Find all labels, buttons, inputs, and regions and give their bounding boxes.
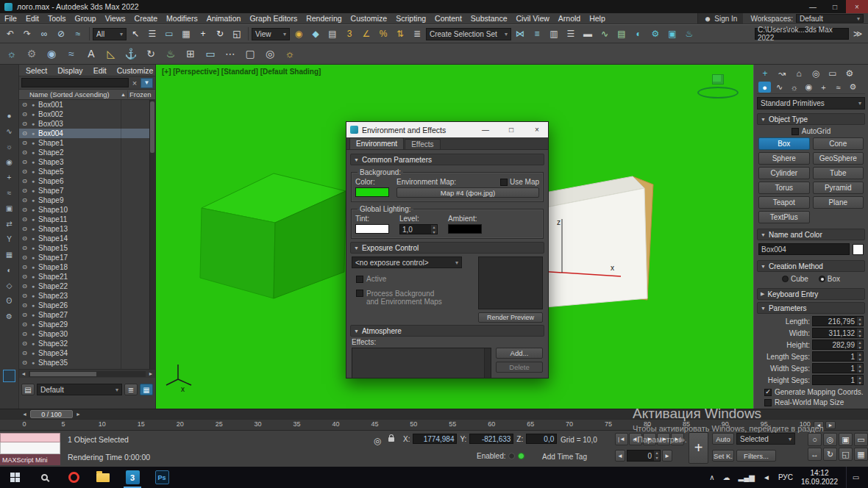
scene-object-row[interactable]: ʘ ● Shape17 bbox=[19, 253, 155, 262]
viewcube-ring[interactable] bbox=[697, 87, 739, 98]
named-selection-sets-icon[interactable]: ≣ bbox=[409, 26, 425, 41]
add-effect-button[interactable]: Add... bbox=[496, 348, 543, 359]
rollout-common-parameters[interactable]: Common Parameters bbox=[350, 154, 544, 165]
hierarchy-tab-icon[interactable]: ⌂ bbox=[792, 68, 805, 80]
rendered-frame-icon[interactable]: ▣ bbox=[664, 26, 680, 41]
scrollbar-thumb[interactable] bbox=[30, 372, 96, 376]
display-frozen-icon[interactable]: ◇ bbox=[3, 280, 16, 290]
primitive-category-dropdown[interactable]: Standard Primitives bbox=[757, 97, 865, 110]
background-color-swatch[interactable] bbox=[355, 187, 389, 197]
object-color-dot-icon[interactable]: ● bbox=[30, 207, 36, 212]
explorer-settings-icon[interactable]: ⚙ bbox=[3, 311, 16, 321]
helpers-category-icon[interactable]: + bbox=[817, 82, 830, 93]
object-color-dot-icon[interactable]: ● bbox=[30, 226, 36, 232]
spinner-arrows-icon[interactable] bbox=[857, 351, 864, 362]
light-icon[interactable]: ☼ bbox=[3, 45, 21, 62]
display-hidden-icon[interactable]: ʘ bbox=[3, 295, 16, 306]
create-tab-icon[interactable]: + bbox=[758, 68, 772, 80]
geometry-category-icon[interactable]: ● bbox=[758, 82, 771, 93]
scene-object-row[interactable]: ʘ ● Shape7 bbox=[19, 186, 155, 195]
frozen-column-header[interactable]: Frozen bbox=[127, 90, 155, 98]
menu-item[interactable]: Civil View bbox=[511, 13, 553, 24]
lights-category-icon[interactable]: ☼ bbox=[788, 82, 800, 93]
align-icon[interactable]: ≡ bbox=[529, 26, 545, 41]
timeline-scroll-left-button[interactable]: ◄ bbox=[814, 421, 824, 429]
object-color-dot-icon[interactable]: ● bbox=[30, 360, 36, 365]
undo-icon[interactable]: ↶ bbox=[2, 26, 18, 41]
play-button[interactable]: ► bbox=[643, 433, 656, 445]
scene-object-row[interactable]: ʘ ● Shape29 bbox=[19, 320, 155, 329]
measure-icon[interactable]: ◺ bbox=[102, 45, 120, 62]
visibility-eye-icon[interactable]: ʘ bbox=[21, 207, 28, 213]
listbox-scrollbar[interactable] bbox=[484, 348, 491, 378]
menu-item[interactable]: File bbox=[0, 13, 21, 24]
visibility-eye-icon[interactable]: ʘ bbox=[21, 273, 28, 280]
explorer-column-header[interactable]: Name (Sorted Ascending) ▲ Frozen bbox=[19, 90, 155, 100]
object-color-dot-icon[interactable]: ● bbox=[30, 331, 36, 337]
tint-swatch[interactable] bbox=[355, 224, 389, 234]
object-color-dot-icon[interactable]: ● bbox=[30, 312, 36, 317]
scene-object-row[interactable]: ʘ ● Shape13 bbox=[19, 224, 155, 234]
object-type-button[interactable]: Cylinder bbox=[758, 167, 810, 179]
rollout-object-type[interactable]: Object Type bbox=[757, 113, 865, 125]
exposure-active-checkbox[interactable] bbox=[356, 276, 363, 283]
creation-method-option[interactable]: Cube bbox=[782, 275, 808, 283]
render-production-icon[interactable]: ♨ bbox=[681, 26, 697, 41]
track-left-icon[interactable]: ◄ bbox=[21, 412, 29, 417]
material-editor-icon[interactable]: ◐ bbox=[630, 26, 647, 41]
track-right-icon[interactable]: ► bbox=[74, 412, 82, 417]
object-color-dot-icon[interactable]: ● bbox=[30, 303, 36, 308]
menu-item[interactable]: Scripting bbox=[391, 13, 430, 24]
object-name-field[interactable]: Box004 bbox=[758, 243, 850, 255]
object-color-dot-icon[interactable]: ● bbox=[30, 179, 36, 184]
dialog-close-button[interactable]: × bbox=[526, 122, 548, 137]
object-color-swatch[interactable] bbox=[853, 244, 864, 255]
parameter-spinner[interactable]: 1 bbox=[812, 351, 864, 362]
dock-icon[interactable] bbox=[3, 370, 15, 382]
spinner-arrows-icon[interactable] bbox=[857, 340, 864, 350]
explorer-search-input[interactable] bbox=[21, 78, 129, 87]
display-lights-icon[interactable]: ☼ bbox=[3, 141, 16, 151]
explorer-horizontal-scrollbar[interactable]: ◄ ► bbox=[19, 369, 155, 378]
current-frame-spinner[interactable]: 0 bbox=[627, 450, 661, 462]
layers-icon[interactable]: ▤ bbox=[21, 384, 35, 395]
scene-object-row[interactable]: ʘ ● Box003 bbox=[19, 119, 155, 129]
menu-item[interactable]: Help bbox=[585, 13, 610, 24]
spacewarps-category-icon[interactable]: ≈ bbox=[832, 82, 844, 93]
render-setup-icon[interactable]: ⚙ bbox=[647, 26, 664, 41]
snap-toggle-3d-icon[interactable]: 3 bbox=[341, 26, 357, 41]
green-box-front-face[interactable] bbox=[200, 208, 275, 298]
select-link-icon[interactable]: ∞ bbox=[36, 26, 52, 41]
schematic-view-icon[interactable]: ▤ bbox=[613, 26, 630, 41]
display-xrefs-icon[interactable]: ⇄ bbox=[3, 218, 16, 229]
visibility-eye-icon[interactable]: ʘ bbox=[21, 130, 28, 137]
object-color-dot-icon[interactable]: ● bbox=[30, 245, 36, 251]
scene-object-row[interactable]: ʘ ● Shape1 bbox=[19, 138, 155, 148]
refresh-icon[interactable]: ↻ bbox=[142, 45, 160, 62]
creation-method-option[interactable]: Box bbox=[819, 275, 840, 283]
add-time-tag[interactable]: Add Time Tag bbox=[542, 453, 587, 461]
object-color-dot-icon[interactable]: ● bbox=[30, 121, 36, 126]
object-color-dot-icon[interactable]: ● bbox=[30, 265, 36, 270]
go-to-start-button[interactable]: |◄ bbox=[615, 433, 628, 445]
visibility-eye-icon[interactable]: ʘ bbox=[21, 321, 28, 328]
notification-center-icon[interactable]: ▭ bbox=[846, 467, 865, 488]
cloud-icon[interactable]: ☁ bbox=[723, 473, 730, 481]
search-clear-icon[interactable]: × bbox=[130, 79, 139, 87]
text-tool-icon[interactable]: A bbox=[82, 45, 100, 62]
cameras-category-icon[interactable]: ◉ bbox=[803, 82, 815, 93]
percent-snap-icon[interactable]: % bbox=[375, 26, 391, 41]
object-type-button[interactable]: Pyramid bbox=[813, 182, 864, 194]
visibility-eye-icon[interactable]: ʘ bbox=[21, 302, 28, 309]
z-coordinate-field[interactable]: 0,0 bbox=[526, 434, 557, 444]
object-color-dot-icon[interactable]: ● bbox=[30, 351, 36, 356]
teapot-icon[interactable]: ♨ bbox=[162, 45, 179, 62]
utilities-tab-icon[interactable]: ⚙ bbox=[843, 68, 856, 80]
key-selection-dropdown[interactable]: Selected bbox=[736, 433, 795, 445]
rollout-exposure-control[interactable]: Exposure Control bbox=[350, 242, 544, 254]
rollout-keyboard-entry[interactable]: Keyboard Entry bbox=[757, 288, 865, 300]
render-settings-icon[interactable]: ⚙ bbox=[23, 45, 40, 62]
explorer-menu-item[interactable]: Edit bbox=[88, 66, 112, 75]
display-containers-icon[interactable]: ▦ bbox=[3, 249, 16, 259]
spinner-arrows-icon[interactable] bbox=[857, 375, 864, 385]
